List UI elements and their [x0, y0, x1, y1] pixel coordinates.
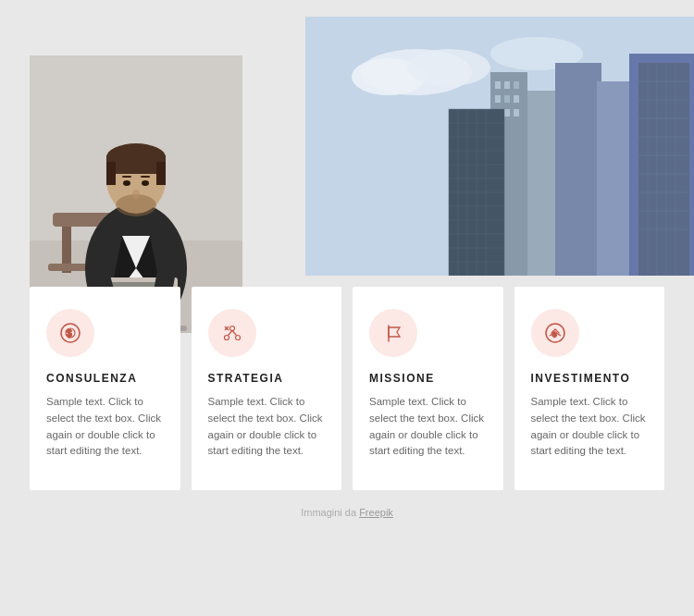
- svg-rect-18: [514, 109, 519, 117]
- invest-circle-icon: $: [543, 321, 567, 345]
- consulenza-title: CONSULENZA: [46, 372, 164, 385]
- consulenza-icon-wrap: $: [46, 309, 94, 357]
- svg-rect-19: [638, 63, 689, 276]
- svg-point-81: [229, 326, 234, 331]
- svg-rect-68: [122, 176, 131, 178]
- cards-section: $ CONSULENZA Sample text. Click to selec…: [0, 287, 694, 490]
- freepik-link[interactable]: Freepik: [359, 507, 393, 518]
- consulenza-text: Sample text. Click to select the text bo…: [46, 394, 164, 460]
- svg-rect-17: [504, 109, 510, 117]
- svg-line-84: [228, 331, 232, 336]
- card-missione: MISSIONE Sample text. Click to select th…: [353, 287, 503, 490]
- footer-note: Immagini da Freepik: [0, 507, 694, 518]
- missione-title: MISSIONE: [369, 372, 487, 385]
- city-image: [305, 17, 694, 276]
- strategia-icon-wrap: [208, 309, 256, 357]
- svg-rect-11: [504, 81, 510, 89]
- flag-icon: [381, 321, 405, 345]
- svg-point-67: [142, 180, 149, 186]
- card-investimento: $ INVESTIMENTO Sample text. Click to sel…: [514, 287, 665, 490]
- svg-rect-10: [495, 81, 501, 89]
- svg-point-66: [123, 180, 130, 186]
- card-consulenza: $ CONSULENZA Sample text. Click to selec…: [30, 287, 180, 490]
- svg-point-70: [132, 190, 140, 199]
- strategy-arrows-icon: [220, 321, 244, 345]
- svg-point-82: [224, 336, 229, 340]
- svg-rect-8: [597, 81, 634, 276]
- svg-rect-15: [514, 95, 519, 103]
- svg-rect-64: [156, 162, 166, 185]
- svg-rect-13: [495, 95, 501, 103]
- card-strategia: STRATEGIA Sample text. Click to select t…: [192, 287, 342, 490]
- svg-rect-69: [141, 176, 150, 178]
- page-wrapper: $ CONSULENZA Sample text. Click to selec…: [0, 0, 694, 546]
- investimento-text: Sample text. Click to select the text bo…: [531, 394, 649, 460]
- svg-rect-7: [555, 63, 601, 276]
- strategia-text: Sample text. Click to select the text bo…: [208, 394, 326, 460]
- strategia-title: STRATEGIA: [208, 372, 326, 385]
- missione-text: Sample text. Click to select the text bo…: [369, 394, 487, 460]
- svg-point-83: [235, 336, 240, 340]
- svg-line-85: [232, 331, 237, 336]
- money-circle-icon: $: [58, 321, 82, 345]
- missione-icon-wrap: [369, 309, 417, 357]
- investimento-icon-wrap: $: [531, 309, 579, 357]
- svg-rect-14: [504, 95, 510, 103]
- svg-text:$: $: [552, 330, 557, 339]
- svg-point-3: [407, 49, 490, 86]
- svg-rect-12: [514, 81, 519, 89]
- svg-rect-6: [527, 91, 560, 276]
- svg-rect-63: [106, 162, 116, 185]
- investimento-title: INVESTIMENTO: [531, 372, 649, 385]
